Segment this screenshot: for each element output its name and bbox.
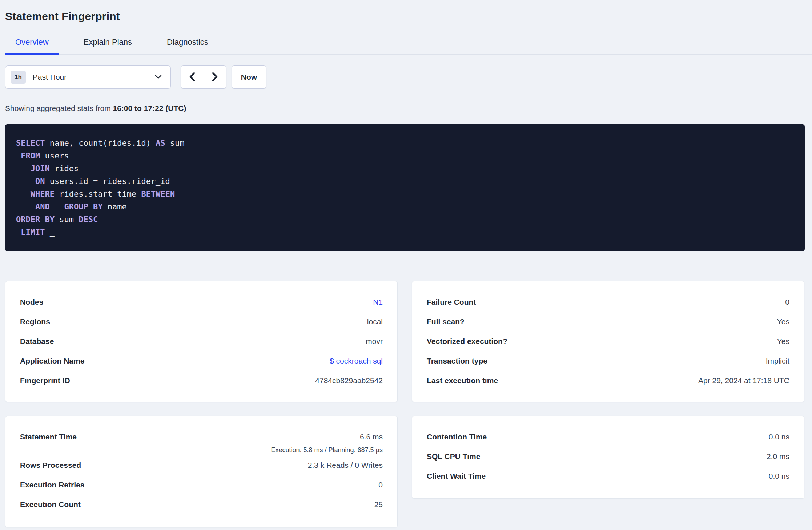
row-value: Yes (777, 337, 789, 345)
row-value: Yes (777, 317, 789, 326)
row-value-wrap: $ cockroach sql (330, 357, 383, 365)
chevron-left-icon (188, 72, 196, 83)
row-label: Execution Count (20, 500, 81, 509)
time-next-button[interactable] (204, 66, 226, 88)
statement-metrics-card: Statement Time6.6 msExecution: 5.8 ms / … (5, 416, 398, 527)
row-value: 25 (374, 500, 383, 509)
row-label: Nodes (20, 298, 43, 306)
sql-line: AND _ GROUP BY name (16, 200, 794, 213)
sql-line: FROM users (16, 149, 794, 162)
row-value: 6.6 ms (360, 433, 383, 441)
sql-line: ORDER BY sum DESC (16, 213, 794, 226)
metrics-cards-row: Statement Time6.6 msExecution: 5.8 ms / … (5, 416, 805, 527)
row-label: Regions (20, 317, 50, 326)
card-row: Rows Processed2.3 k Reads / 0 Writes (20, 455, 383, 475)
details-cards-row: NodesN1RegionslocalDatabasemovrApplicati… (5, 281, 805, 402)
row-value-wrap: 2.3 k Reads / 0 Writes (308, 461, 383, 470)
row-value-wrap: Apr 29, 2024 at 17:18 UTC (698, 376, 789, 385)
row-label: Rows Processed (20, 461, 81, 470)
tab-diagnostics[interactable]: Diagnostics (157, 37, 218, 54)
row-value: 4784cb829aab2542 (315, 376, 383, 385)
row-value-wrap: 0 (378, 481, 383, 489)
row-subvalue: Execution: 5.8 ms / Planning: 687.5 µs (20, 447, 383, 455)
row-value-wrap: 2.0 ms (767, 452, 789, 461)
sql-line: ON users.id = rides.rider_id (16, 175, 794, 188)
card-row: Execution Retries0 (20, 475, 383, 495)
card-row: Contention Time0.0 ns (427, 427, 789, 447)
time-range-dropdown[interactable]: 1h Past Hour (5, 65, 171, 89)
time-range-label: Past Hour (33, 73, 67, 81)
card-row: Fingerprint ID4784cb829aab2542 (20, 371, 383, 390)
row-value: local (367, 317, 383, 326)
time-pager (181, 65, 226, 89)
row-value-wrap: 25 (374, 500, 383, 509)
tab-explain-plans[interactable]: Explain Plans (73, 37, 142, 54)
row-value-link[interactable]: $ cockroach sql (330, 357, 383, 365)
row-label: Contention Time (427, 433, 487, 441)
time-prev-button[interactable] (181, 66, 204, 88)
aggregated-stats-prefix: Showing aggregated stats from (5, 104, 113, 112)
row-value: 2.0 ms (767, 452, 789, 461)
row-label: SQL CPU Time (427, 452, 480, 461)
sql-line: JOIN rides (16, 162, 794, 175)
tab-bar: OverviewExplain PlansDiagnostics (5, 37, 812, 55)
now-button[interactable]: Now (232, 65, 266, 89)
row-value: 0.0 ns (769, 433, 789, 441)
sql-line: WHERE rides.start_time BETWEEN _ (16, 188, 794, 200)
row-value-wrap: N1 (373, 298, 383, 306)
row-label: Fingerprint ID (20, 376, 70, 385)
row-label: Database (20, 337, 54, 346)
card-row: Transaction typeImplicit (427, 351, 789, 371)
row-label: Failure Count (427, 298, 476, 306)
tab-overview[interactable]: Overview (5, 37, 59, 54)
card-row: Execution Count25 (20, 495, 383, 514)
row-label: Vectorized execution? (427, 337, 507, 346)
row-value-wrap: 6.6 ms (360, 433, 383, 441)
row-value-wrap: 4784cb829aab2542 (315, 376, 383, 385)
statement-fingerprint-page: Statement Fingerprint OverviewExplain Pl… (0, 10, 812, 530)
row-value-wrap: 0 (785, 298, 789, 306)
chevron-right-icon (211, 72, 219, 83)
chevron-down-icon (155, 74, 162, 80)
row-label: Client Wait Time (427, 472, 486, 481)
aggregated-stats-range: 16:00 to 17:22 (UTC) (113, 104, 186, 112)
row-value: Apr 29, 2024 at 17:18 UTC (698, 376, 789, 385)
time-controls: 1h Past Hour Now (5, 65, 805, 89)
time-range-badge: 1h (11, 71, 26, 84)
card-row: Databasemovr (20, 332, 383, 351)
card-row: NodesN1 (20, 292, 383, 312)
row-value: movr (366, 337, 383, 345)
row-value: Implicit (766, 357, 789, 365)
execution-attributes-card: Failure Count0Full scan?YesVectorized ex… (412, 281, 804, 402)
page-title: Statement Fingerprint (5, 10, 805, 23)
row-value-wrap: Yes (777, 337, 789, 346)
row-value-wrap: 0.0 ns (769, 433, 789, 441)
card-row: Vectorized execution?Yes (427, 332, 789, 351)
card-row: SQL CPU Time2.0 ms (427, 447, 789, 466)
card-row: Client Wait Time0.0 ns (427, 466, 789, 486)
statement-details-card: NodesN1RegionslocalDatabasemovrApplicati… (5, 281, 398, 402)
card-row: Statement Time6.6 ms (20, 427, 383, 447)
card-row: Failure Count0 (427, 292, 789, 312)
row-label: Application Name (20, 357, 84, 365)
row-value-wrap: Implicit (766, 357, 789, 365)
row-label: Last execution time (427, 376, 498, 385)
row-label: Full scan? (427, 317, 465, 326)
row-label: Statement Time (20, 433, 77, 441)
row-label: Transaction type (427, 357, 487, 365)
sql-line: LIMIT _ (16, 226, 794, 238)
row-value-wrap: Yes (777, 317, 789, 326)
sql-statement-box: SELECT name, count(rides.id) AS sum FROM… (5, 124, 805, 251)
row-value: 0.0 ns (769, 472, 789, 480)
row-value: 0 (785, 298, 789, 306)
row-value: 2.3 k Reads / 0 Writes (308, 461, 383, 469)
row-value-wrap: movr (366, 337, 383, 346)
card-row: Full scan?Yes (427, 312, 789, 332)
row-value-link[interactable]: N1 (373, 298, 383, 306)
row-label: Execution Retries (20, 481, 84, 489)
card-row: Regionslocal (20, 312, 383, 332)
card-row: Application Name$ cockroach sql (20, 351, 383, 371)
sql-line: SELECT name, count(rides.id) AS sum (16, 137, 794, 149)
row-value: 0 (378, 481, 383, 489)
time-metrics-card: Contention Time0.0 nsSQL CPU Time2.0 msC… (412, 416, 804, 499)
